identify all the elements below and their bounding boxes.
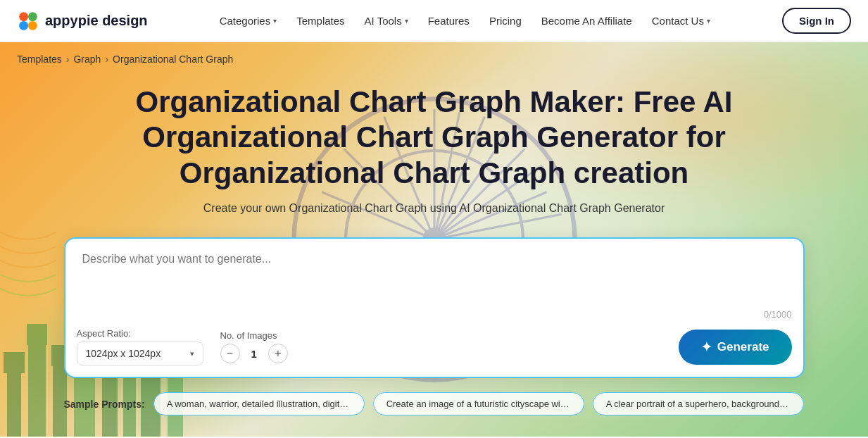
hero-section: Templates › Graph › Organizational Chart… bbox=[0, 42, 868, 437]
nav-links: Categories ▾ Templates AI Tools ▾ Featur… bbox=[220, 15, 710, 27]
svg-point-3 bbox=[28, 21, 37, 30]
generate-label: Generate bbox=[717, 340, 769, 354]
svg-rect-32 bbox=[4, 352, 25, 373]
char-count: 0/1000 bbox=[77, 309, 792, 320]
aspect-select[interactable]: 1024px x 1024px ▾ bbox=[77, 342, 203, 365]
qty-increase-button[interactable]: + bbox=[268, 344, 288, 363]
controls-row: Aspect Ratio: 1024px x 1024px ▾ No. of I… bbox=[77, 328, 792, 365]
nav-item-contact[interactable]: Contact Us ▾ bbox=[652, 15, 710, 27]
chevron-down-icon: ▾ bbox=[190, 349, 194, 358]
breadcrumb-sep-1: › bbox=[66, 54, 70, 65]
chevron-down-icon: ▾ bbox=[273, 17, 277, 25]
hero-title: Organizational Chart Graph Maker: Free A… bbox=[82, 85, 786, 191]
aspect-value: 1024px x 1024px bbox=[86, 348, 161, 359]
svg-rect-34 bbox=[27, 324, 47, 345]
aspect-label: Aspect Ratio: bbox=[77, 328, 203, 339]
sample-prompt-3[interactable]: A clear portrait of a superhero, backgro… bbox=[593, 392, 804, 415]
navbar: appypie design Categories ▾ Templates AI… bbox=[0, 0, 868, 42]
nav-item-features[interactable]: Features bbox=[428, 15, 470, 27]
images-label: No. of Images bbox=[220, 330, 288, 341]
svg-point-2 bbox=[19, 21, 28, 30]
svg-rect-31 bbox=[7, 366, 21, 437]
chevron-down-icon: ▾ bbox=[707, 17, 710, 25]
images-section: No. of Images − 1 + bbox=[220, 330, 288, 363]
qty-control: − 1 + bbox=[220, 344, 288, 363]
hero-subtitle: Create your own Organizational Chart Gra… bbox=[28, 202, 840, 215]
sign-in-button[interactable]: Sign In bbox=[782, 8, 851, 34]
hero-content: Organizational Chart Graph Maker: Free A… bbox=[0, 65, 868, 215]
generator-box: 0/1000 Aspect Ratio: 1024px x 1024px ▾ N… bbox=[47, 237, 822, 378]
sample-prompt-1[interactable]: A woman, warrior, detailed illustration,… bbox=[153, 392, 365, 415]
breadcrumb-templates[interactable]: Templates bbox=[17, 54, 62, 65]
breadcrumb: Templates › Graph › Organizational Chart… bbox=[0, 42, 868, 65]
prompt-input[interactable] bbox=[77, 250, 792, 306]
nav-item-categories[interactable]: Categories ▾ bbox=[220, 15, 277, 27]
breadcrumb-current: Organizational Chart Graph bbox=[113, 54, 233, 65]
svg-point-1 bbox=[28, 12, 37, 21]
svg-point-0 bbox=[19, 12, 28, 21]
logo-text: appypie design bbox=[45, 13, 148, 29]
qty-value: 1 bbox=[251, 348, 257, 360]
nav-item-ai-tools[interactable]: AI Tools ▾ bbox=[365, 15, 408, 27]
chevron-down-icon: ▾ bbox=[405, 17, 408, 25]
nav-item-pricing[interactable]: Pricing bbox=[489, 15, 522, 27]
generator-card: 0/1000 Aspect Ratio: 1024px x 1024px ▾ N… bbox=[64, 237, 805, 378]
generate-button[interactable]: ✦ Generate bbox=[679, 330, 792, 365]
breadcrumb-sep-2: › bbox=[105, 54, 108, 65]
sample-prompt-2[interactable]: Create an image of a futuristic cityscap… bbox=[373, 392, 584, 415]
qty-decrease-button[interactable]: − bbox=[220, 344, 240, 363]
generate-icon: ✦ bbox=[701, 339, 712, 355]
logo[interactable]: appypie design bbox=[17, 10, 148, 32]
aspect-section: Aspect Ratio: 1024px x 1024px ▾ bbox=[77, 328, 203, 365]
nav-item-templates[interactable]: Templates bbox=[296, 15, 344, 27]
logo-icon bbox=[17, 10, 39, 32]
nav-item-affiliate[interactable]: Become An Affiliate bbox=[541, 15, 632, 27]
sample-prompts-section: Sample Prompts: A woman, warrior, detail… bbox=[47, 378, 822, 415]
svg-rect-33 bbox=[28, 338, 46, 437]
breadcrumb-graph[interactable]: Graph bbox=[73, 54, 101, 65]
sample-prompts-label: Sample Prompts: bbox=[64, 399, 145, 410]
